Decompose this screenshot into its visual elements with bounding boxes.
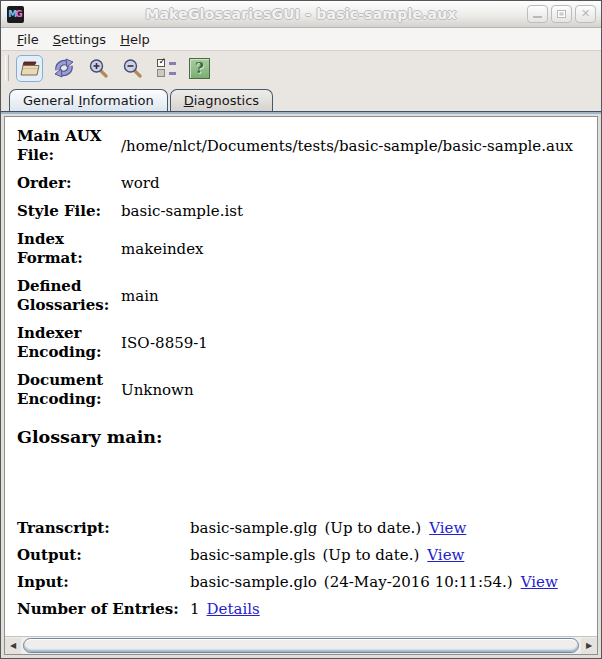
file-status: (Up to date.): [324, 519, 421, 537]
zoom-in-button[interactable]: [84, 55, 111, 82]
field-value: /home/nlct/Documents/tests/basic-sample/…: [121, 137, 589, 156]
field-label: Defined Glossaries:: [17, 277, 113, 315]
menu-help-mnemonic: H: [120, 32, 130, 47]
row-label: Input:: [17, 573, 190, 592]
field-label: Document Encoding:: [17, 371, 113, 409]
field-order: Order: word: [17, 174, 589, 193]
tab-pane-edge: [1, 111, 601, 114]
maximize-button[interactable]: [551, 5, 572, 23]
view-link[interactable]: View: [521, 573, 558, 591]
field-value: Unknown: [121, 381, 589, 400]
zoom-out-icon: [122, 58, 142, 78]
tab-bar: General Information Diagnostics: [1, 85, 601, 111]
file-name: basic-sample.glo: [190, 573, 317, 591]
menu-settings-mnemonic: S: [53, 32, 61, 47]
menu-file[interactable]: File: [10, 30, 46, 49]
field-main-aux-file: Main AUX File: /home/nlct/Documents/test…: [17, 127, 589, 165]
field-label: Style File:: [17, 202, 113, 221]
view-link[interactable]: View: [427, 546, 464, 564]
open-folder-icon: [19, 59, 41, 77]
reload-button[interactable]: [50, 55, 77, 82]
details-link[interactable]: Details: [207, 600, 260, 618]
toolbar-drag-handle[interactable]: [5, 55, 9, 81]
field-indexer-encoding: Indexer Encoding: ISO-8859-1: [17, 324, 589, 362]
window-controls: ✕: [527, 5, 596, 23]
field-value: main: [121, 287, 589, 306]
field-value: word: [121, 174, 589, 193]
glossary-heading: Glossary main:: [17, 427, 589, 447]
menu-settings[interactable]: Settings: [46, 30, 113, 49]
menu-help[interactable]: Help: [113, 30, 157, 49]
field-value: basic-sample.ist: [121, 202, 589, 221]
window-title: MakeGlossariesGUI - basic-sample.aux: [1, 6, 601, 22]
scroll-left-button[interactable]: ◀: [5, 638, 21, 654]
glossary-row-input: Input: basic-sample.glo(24-May-2016 10:1…: [17, 573, 589, 592]
tab-general-information[interactable]: General Information: [9, 89, 168, 111]
tab-diagnostics-mnemonic: D: [184, 93, 194, 108]
scrollbar-thumb[interactable]: [23, 638, 579, 653]
glossary-row-transcript: Transcript: basic-sample.glg(Up to date.…: [17, 519, 589, 538]
close-icon: ✕: [581, 7, 590, 20]
maximize-icon: [557, 10, 566, 18]
field-index-format: Index Format: makeindex: [17, 230, 589, 268]
app-icon: M G: [7, 6, 24, 23]
window-frame-bottom: [1, 655, 601, 658]
help-icon: ?: [189, 58, 210, 79]
row-label: Output:: [17, 546, 190, 565]
field-label: Indexer Encoding:: [17, 324, 113, 362]
file-status: (Up to date.): [323, 546, 420, 564]
glossary-row-output: Output: basic-sample.gls(Up to date.)Vie…: [17, 546, 589, 565]
field-label: Main AUX File:: [17, 127, 113, 165]
tab-diagnostics[interactable]: Diagnostics: [170, 89, 273, 111]
menu-bar: File Settings Help: [1, 28, 601, 51]
row-label: Number of Entries:: [17, 600, 190, 619]
tab-general-post: nformation: [82, 93, 153, 108]
field-value: makeindex: [121, 240, 589, 259]
minimize-button[interactable]: [527, 5, 548, 23]
menu-settings-label: ettings: [61, 32, 106, 47]
entry-selection-icon: ✓: [156, 58, 176, 78]
general-information-panel: Main AUX File: /home/nlct/Documents/test…: [4, 116, 598, 655]
file-status: (24-May-2016 10:11:54.): [324, 573, 513, 591]
title-bar[interactable]: M G MakeGlossariesGUI - basic-sample.aux…: [1, 1, 601, 28]
entry-count: 1: [190, 600, 200, 618]
field-label: Index Format:: [17, 230, 113, 268]
field-defined-glossaries: Defined Glossaries: main: [17, 277, 589, 315]
help-button[interactable]: ?: [186, 55, 213, 82]
field-style-file: Style File: basic-sample.ist: [17, 202, 589, 221]
entry-selection-button[interactable]: ✓: [152, 55, 179, 82]
tab-general-pre: General: [23, 93, 78, 108]
scroll-right-button[interactable]: ▶: [581, 638, 597, 654]
horizontal-scrollbar[interactable]: ◀ ▶: [5, 636, 597, 654]
zoom-out-button[interactable]: [118, 55, 145, 82]
field-value: ISO-8859-1: [121, 334, 589, 353]
zoom-in-icon: [88, 58, 108, 78]
glossary-row-entry-count: Number of Entries: 1Details: [17, 600, 589, 619]
view-link[interactable]: View: [429, 519, 466, 537]
tab-diagnostics-post: iagnostics: [194, 93, 259, 108]
file-name: basic-sample.gls: [190, 546, 316, 564]
minimize-icon: [533, 16, 542, 18]
app-icon-letter-g: G: [15, 10, 22, 19]
row-label: Transcript:: [17, 519, 190, 538]
toolbar: ✓ ?: [1, 51, 601, 85]
scroll-right-icon: ▶: [586, 641, 592, 650]
scroll-left-icon: ◀: [10, 641, 16, 650]
menu-help-label: elp: [130, 32, 150, 47]
open-file-button[interactable]: [16, 55, 43, 82]
app-window: M G MakeGlossariesGUI - basic-sample.aux…: [0, 0, 602, 659]
file-name: basic-sample.glg: [190, 519, 317, 537]
field-label: Order:: [17, 174, 113, 193]
close-button[interactable]: ✕: [575, 5, 596, 23]
menu-file-label: ile: [24, 32, 39, 47]
field-document-encoding: Document Encoding: Unknown: [17, 371, 589, 409]
reload-icon: [53, 58, 75, 78]
glossary-file-rows: Transcript: basic-sample.glg(Up to date.…: [17, 519, 589, 619]
